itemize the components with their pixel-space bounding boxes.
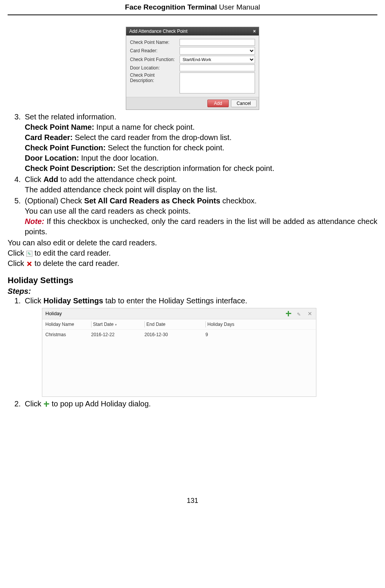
add-checkpoint-dialog: Add Attendance Check Point × Check Point… xyxy=(126,27,259,110)
holiday-panel-title: Holiday xyxy=(45,310,62,317)
card-reader-select[interactable] xyxy=(180,47,255,55)
holiday-step-1: Click Holiday Settings tab to enter the … xyxy=(23,296,377,397)
door-location-label: Door Location: xyxy=(130,65,180,71)
col-holiday-days[interactable]: Holiday Days xyxy=(205,321,259,327)
steps-label: Steps: xyxy=(8,287,377,296)
sort-caret-icon: ▼ xyxy=(114,323,117,327)
page-number: 131 xyxy=(8,497,377,505)
dialog-figure: Add Attendance Check Point × Check Point… xyxy=(8,27,377,110)
dialog-title-text: Add Attendance Check Point xyxy=(129,29,188,34)
col-holiday-name[interactable]: Holiday Name xyxy=(45,321,91,327)
col-end-date[interactable]: End Date xyxy=(144,321,205,327)
edit-icon[interactable] xyxy=(297,311,302,316)
edit-icon[interactable] xyxy=(26,251,32,257)
page-content: Add Attendance Check Point × Check Point… xyxy=(0,15,385,512)
step-3: Set the related information. Check Point… xyxy=(23,112,377,174)
checkpoint-name-label: Check Point Name: xyxy=(130,40,180,45)
checkpoint-name-input[interactable] xyxy=(180,39,255,46)
page-header: Face Recognition Terminal User Manual xyxy=(8,0,377,15)
checkpoint-function-select[interactable]: Start/End-Work xyxy=(180,56,255,63)
table-row[interactable]: Christmas 2016-12-22 2016-12-30 9 xyxy=(42,330,316,340)
holiday-panel: Holiday ✕ Holiday Name Start Date▼ End D… xyxy=(42,308,316,397)
checkpoint-description-textarea[interactable] xyxy=(180,72,255,93)
plus-icon[interactable] xyxy=(43,401,50,407)
steps-list-2: Click Holiday Settings tab to enter the … xyxy=(8,296,377,409)
checkpoint-description-label: Check Point Description: xyxy=(130,72,180,83)
close-icon[interactable]: × xyxy=(253,29,256,34)
holiday-table-header: Holiday Name Start Date▼ End Date Holida… xyxy=(42,319,316,330)
add-button[interactable]: Add xyxy=(207,100,228,107)
steps-list-1: Set the related information. Check Point… xyxy=(8,112,377,237)
close-icon[interactable]: ✕ xyxy=(308,311,313,316)
plus-icon[interactable] xyxy=(286,311,292,317)
header-title-rest: User Manual xyxy=(217,3,260,11)
step-5: (Optional) Check Set All Card Readers as… xyxy=(23,196,377,237)
step-4: Click Add to add the attendance check po… xyxy=(23,174,377,195)
delete-icon[interactable] xyxy=(26,261,32,267)
dialog-titlebar: Add Attendance Check Point × xyxy=(126,27,259,35)
col-start-date[interactable]: Start Date▼ xyxy=(91,321,144,327)
cancel-button[interactable]: Cancel xyxy=(231,100,257,107)
header-title-bold: Face Recognition Terminal xyxy=(125,3,217,11)
post-step-text-2: Click to edit the card reader. xyxy=(8,248,377,258)
holiday-step-2: Click to pop up Add Holiday dialog. xyxy=(23,399,377,409)
holiday-settings-heading: Holiday Settings xyxy=(8,275,377,285)
checkpoint-function-label: Check Point Function: xyxy=(130,57,180,62)
post-step-text-3: Click to delete the card reader. xyxy=(8,258,377,269)
post-step-text-1: You can also edit or delete the card rea… xyxy=(8,238,377,248)
card-reader-label: Card Reader: xyxy=(130,48,180,53)
door-location-input[interactable] xyxy=(180,64,255,71)
